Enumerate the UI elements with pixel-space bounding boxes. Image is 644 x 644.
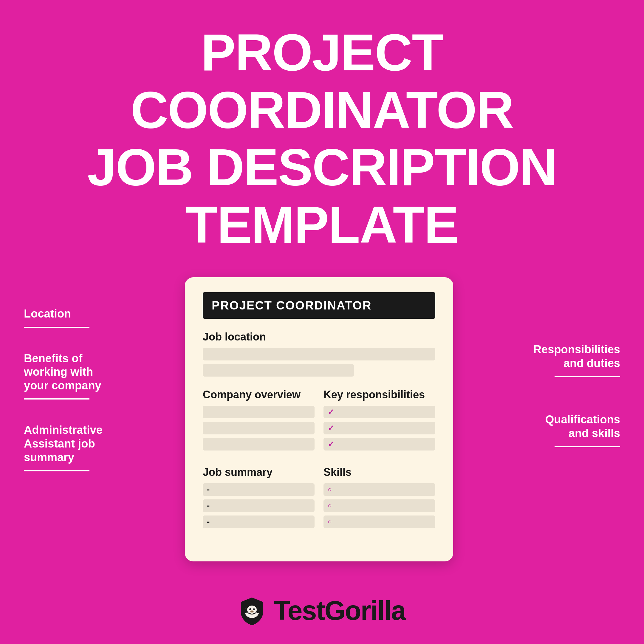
svg-point-9 (252, 611, 253, 612)
skills-label: Skills (323, 466, 435, 479)
summary-skills-section: Job summary - - - Skills (203, 466, 435, 532)
bullet-icon-3: ○ (328, 518, 332, 526)
key-responsibilities-col: Key responsibilities ✓ ✓ ✓ (323, 388, 435, 454)
qualifications-label: Qualifications and skills (525, 413, 620, 440)
company-overview-label: Company overview (203, 388, 315, 401)
job-location-label: Job location (203, 331, 435, 343)
bullet-icon-1: ○ (328, 486, 332, 493)
responsibilities-divider (555, 376, 620, 377)
skill-input-3[interactable]: ○ (323, 515, 435, 528)
summary-input-2[interactable]: - (203, 499, 315, 512)
location-input-1[interactable] (203, 348, 435, 360)
title-line3: TEMPLATE (186, 196, 458, 254)
location-label: Location (24, 307, 113, 321)
dash-icon-2: - (207, 501, 210, 510)
summary-input-1[interactable]: - (203, 483, 315, 496)
location-divider (24, 327, 89, 328)
job-summary-label: Job summary (203, 466, 315, 479)
company-input-1[interactable] (203, 406, 315, 418)
responsibility-input-2[interactable]: ✓ (323, 422, 435, 434)
title-section: PROJECT COORDINATOR JOB DESCRIPTION TEMP… (0, 0, 644, 271)
title-line1: PROJECT COORDINATOR (131, 23, 513, 139)
svg-point-6 (253, 608, 255, 609)
document-card: PROJECT COORDINATOR Job location Company… (185, 277, 453, 561)
center-document: PROJECT COORDINATOR Job location Company… (113, 271, 525, 561)
footer-brand: TestGorilla (274, 595, 405, 626)
svg-point-10 (243, 609, 247, 613)
job-summary-col: Job summary - - - (203, 466, 315, 532)
dash-icon-1: - (207, 485, 210, 494)
company-overview-col: Company overview (203, 388, 315, 454)
company-input-3[interactable] (203, 438, 315, 451)
overview-responsibilities-section: Company overview Key responsibilities ✓ … (203, 388, 435, 454)
testgorilla-logo-icon (239, 596, 265, 626)
responsibility-input-3[interactable]: ✓ (323, 438, 435, 451)
check-icon-1: ✓ (328, 408, 334, 417)
responsibility-input-1[interactable]: ✓ (323, 406, 435, 418)
dash-icon-3: - (207, 517, 210, 527)
summary-input-3[interactable]: - (203, 515, 315, 528)
company-input-2[interactable] (203, 422, 315, 434)
check-icon-3: ✓ (328, 440, 334, 449)
admin-divider (24, 470, 89, 471)
right-sidebar: Responsibilities and duties Qualificatio… (525, 271, 626, 483)
svg-point-11 (257, 609, 261, 613)
admin-label: Administrative Assistant job summary (24, 423, 113, 464)
title-line2: JOB DESCRIPTION (87, 138, 557, 196)
svg-point-5 (249, 608, 250, 609)
location-section: Job location (203, 331, 435, 377)
svg-point-8 (250, 611, 252, 612)
content-area: Location Benefits of working with your c… (0, 271, 644, 583)
key-responsibilities-label: Key responsibilities (323, 388, 435, 401)
skill-input-2[interactable]: ○ (323, 499, 435, 512)
check-icon-2: ✓ (328, 424, 334, 433)
skill-input-1[interactable]: ○ (323, 483, 435, 496)
bullet-icon-2: ○ (328, 502, 332, 510)
left-sidebar: Location Benefits of working with your c… (18, 271, 113, 495)
responsibilities-label: Responsibilities and duties (525, 343, 620, 370)
page-wrapper: PROJECT COORDINATOR JOB DESCRIPTION TEMP… (0, 0, 644, 644)
doc-header: PROJECT COORDINATOR (203, 292, 435, 319)
footer-section: TestGorilla (0, 583, 644, 644)
main-title: PROJECT COORDINATOR JOB DESCRIPTION TEMP… (30, 24, 614, 253)
skills-col: Skills ○ ○ ○ (323, 466, 435, 532)
location-input-2[interactable] (203, 364, 354, 377)
qualifications-divider (555, 446, 620, 447)
benefits-divider (24, 398, 89, 400)
benefits-label: Benefits of working with your company (24, 352, 113, 393)
